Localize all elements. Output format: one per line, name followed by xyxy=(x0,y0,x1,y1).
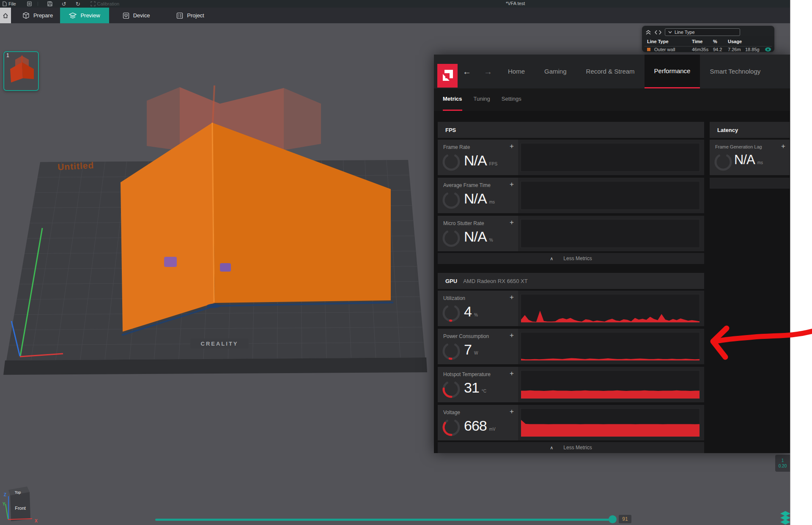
plate-thumbnail[interactable]: 1 xyxy=(3,51,39,91)
amd-logo[interactable] xyxy=(437,64,458,88)
document-button[interactable] xyxy=(25,0,34,8)
metric-cell: Frame Rate+N/AFPS xyxy=(438,140,518,175)
file-menu[interactable]: File xyxy=(0,0,19,8)
gauge-ring xyxy=(442,190,461,210)
nav-record-stream[interactable]: Record & Stream xyxy=(576,55,645,88)
metric-row-frame-rate: Frame Rate+N/AFPS xyxy=(438,140,704,175)
add-metric-button[interactable]: + xyxy=(510,407,514,416)
metric-label: Frame Rate xyxy=(443,144,470,150)
line-type-weight: 18.85g xyxy=(745,47,760,52)
nav-home[interactable]: Home xyxy=(498,55,535,88)
view-cube[interactable]: Top Front Z Y X xyxy=(3,484,49,525)
home-button[interactable] xyxy=(0,8,11,23)
line-type-length: 7.26m xyxy=(728,47,741,52)
menu-bar: File ↺ ↻ Calibration *VFA test xyxy=(0,0,790,8)
gauge-ring xyxy=(442,379,461,399)
document-icon xyxy=(27,1,32,6)
undo-button[interactable]: ↺ xyxy=(59,0,69,8)
axis-z-label: Z xyxy=(4,492,6,497)
col-percent: % xyxy=(713,39,717,44)
add-metric-button[interactable]: + xyxy=(510,331,514,340)
line-type-panel: Line Type Line Type Time % Usage Outer w… xyxy=(642,26,774,52)
line-type-percent: 94.2 xyxy=(713,47,722,52)
col-usage: Usage xyxy=(728,39,742,44)
metric-graph-utilization xyxy=(521,294,700,323)
model-wall-left xyxy=(121,123,215,332)
window-title: *VFA test xyxy=(506,1,525,6)
collapse-icon[interactable] xyxy=(645,30,651,35)
chevron-up-icon: ∧ xyxy=(550,445,553,451)
nav-gaming[interactable]: Gaming xyxy=(535,55,576,88)
plate-brand-label: CREALITY xyxy=(201,341,239,347)
fps-section-header: FPS xyxy=(438,122,704,138)
subtab-metrics[interactable]: Metrics xyxy=(443,88,462,111)
metric-value: 7W xyxy=(464,341,478,358)
metric-unit: ms xyxy=(757,160,763,165)
latency-empty-strip xyxy=(710,178,790,189)
code-icon[interactable] xyxy=(655,30,661,35)
subtab-tuning[interactable]: Tuning xyxy=(474,88,490,111)
latency-section-header: Latency xyxy=(710,122,790,138)
add-metric-button[interactable]: + xyxy=(510,293,514,302)
gpu-section: GPU AMD Radeon RX 6650 XT Utilization+4%… xyxy=(438,273,704,454)
metric-label: Voltage xyxy=(443,410,460,415)
metric-cell: Hotspot Temperature+31°C xyxy=(438,367,518,402)
gauge-ring xyxy=(442,228,461,248)
metric-graph-voltage xyxy=(521,408,700,437)
add-metric-button[interactable]: + xyxy=(510,369,514,378)
save-icon xyxy=(47,1,52,6)
layers-icon[interactable] xyxy=(779,510,790,525)
calibration-button[interactable]: Calibration xyxy=(88,0,122,8)
add-metric-button[interactable]: + xyxy=(510,218,514,227)
metric-label: Average Frame Time xyxy=(443,182,491,188)
metric-cell: Voltage+668mV xyxy=(438,405,518,440)
gauge-ring xyxy=(442,152,461,172)
nav-smart-technology[interactable]: Smart Technology xyxy=(700,55,770,88)
tab-prepare[interactable]: Prepare xyxy=(15,8,60,23)
tab-prepare-label: Prepare xyxy=(33,12,53,19)
metric-row-micro-stutter-rate: Micro Stutter Rate+N/A% xyxy=(438,216,704,251)
back-arrow-icon[interactable]: ← xyxy=(458,55,475,88)
forward-arrow-icon[interactable]: → xyxy=(480,55,497,88)
redo-button[interactable]: ↻ xyxy=(73,0,83,8)
metric-value: N/Ams xyxy=(734,152,763,168)
tab-device[interactable]: Device xyxy=(115,8,157,23)
plate-mark xyxy=(164,257,177,267)
layer-slider-track[interactable] xyxy=(155,519,613,521)
table-separator xyxy=(645,46,772,47)
add-metric-button[interactable]: + xyxy=(510,142,514,151)
tab-project-label: Project xyxy=(187,12,204,19)
save-button[interactable] xyxy=(45,0,55,8)
fps-less-metrics[interactable]: ∧ Less Metrics xyxy=(438,253,704,264)
add-metric-button[interactable]: + xyxy=(510,180,514,189)
tab-project[interactable]: Project xyxy=(168,8,212,23)
metric-label: Frame Generation Lag xyxy=(715,144,762,149)
add-metric-button[interactable]: + xyxy=(781,142,785,151)
subtab-settings[interactable]: Settings xyxy=(502,88,521,111)
metric-row-power-consumption: Power Consumption+7W xyxy=(438,329,704,364)
metric-value: 4% xyxy=(464,303,478,320)
col-time: Time xyxy=(692,39,702,44)
metric-cell: Utilization+4% xyxy=(438,291,518,326)
metric-cell: Power Consumption+7W xyxy=(438,329,518,364)
chevron-up-icon: ∧ xyxy=(550,256,553,261)
metric-label: Power Consumption xyxy=(443,333,489,339)
metric-row-frame-generation-lag: Frame Generation Lag+N/Ams xyxy=(710,140,790,175)
metric-unit: % xyxy=(489,238,493,242)
visibility-icon[interactable] xyxy=(765,47,771,52)
tab-preview[interactable]: Preview xyxy=(60,8,109,23)
gauge-ring xyxy=(713,152,733,172)
layer-slider-handle[interactable] xyxy=(609,515,617,523)
project-icon xyxy=(176,12,183,19)
metric-graph-frame-rate xyxy=(521,143,700,172)
metric-value: N/AFPS xyxy=(464,152,497,169)
gpu-title: GPU xyxy=(445,278,457,284)
gpu-less-metrics[interactable]: ∧ Less Metrics xyxy=(438,442,704,453)
metric-unit: W xyxy=(474,351,478,355)
latency-title: Latency xyxy=(717,127,738,133)
nav-performance[interactable]: Performance xyxy=(645,55,700,88)
metric-value: N/Ams xyxy=(464,190,495,207)
line-type-name: Outer wall xyxy=(654,47,675,52)
metric-graph-micro-stutter-rate xyxy=(521,219,700,248)
line-type-dropdown[interactable]: Line Type xyxy=(665,28,740,36)
